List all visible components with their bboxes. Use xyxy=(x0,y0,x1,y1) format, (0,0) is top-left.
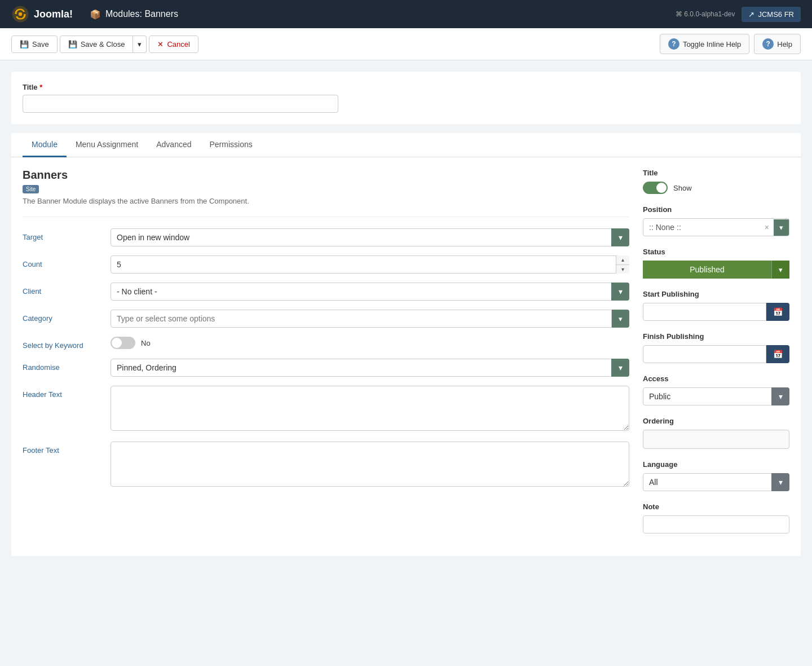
footer-text-row: Footer Text xyxy=(23,442,629,488)
language-label: Language xyxy=(643,460,789,469)
target-select-wrapper: Open in new window Open in same window O… xyxy=(111,228,629,246)
tab-menu-assignment[interactable]: Menu Assignment xyxy=(67,133,147,157)
start-publishing-input-group: 📅 xyxy=(643,303,789,321)
randomise-row: Randomise Pinned, Ordering Random ▾ xyxy=(23,359,629,377)
toolbar-right: ? Toggle Inline Help ? Help xyxy=(660,34,801,54)
randomise-label: Randomise xyxy=(23,359,102,372)
svg-point-1 xyxy=(19,12,22,16)
question-icon: ? xyxy=(668,38,679,50)
language-select[interactable]: All English (UK) French (FR) xyxy=(643,473,789,491)
save-close-dropdown-button[interactable]: ▾ xyxy=(133,36,147,53)
access-select[interactable]: Public Registered Special xyxy=(643,387,789,405)
title-show-toggle[interactable] xyxy=(643,182,668,194)
start-publishing-field: Start Publishing 📅 xyxy=(643,290,789,321)
count-up-button[interactable]: ▴ xyxy=(616,255,629,265)
title-show-field: Title Show xyxy=(643,169,789,194)
title-show-label: Title xyxy=(643,169,789,177)
status-dropdown-icon: ▾ xyxy=(779,266,783,274)
randomise-select[interactable]: Pinned, Ordering Random xyxy=(111,359,629,377)
help-button[interactable]: ? Help xyxy=(754,34,801,54)
required-marker: * xyxy=(39,83,42,91)
category-dropdown-button[interactable]: ▾ xyxy=(612,310,629,328)
footer-text-label: Footer Text xyxy=(23,442,102,455)
finish-publishing-label: Finish Publishing xyxy=(643,332,789,341)
header-text-row: Header Text xyxy=(23,386,629,433)
tab-permissions[interactable]: Permissions xyxy=(201,133,262,157)
save-close-icon: 💾 xyxy=(68,40,77,48)
client-row: Client - No client - ▾ xyxy=(23,283,629,301)
finish-publishing-calendar-button[interactable]: 📅 xyxy=(766,345,789,363)
title-toggle-wrapper: Show xyxy=(643,182,789,194)
select-keyword-control: No xyxy=(111,337,629,349)
ordering-label: Ordering xyxy=(643,417,789,425)
note-field: Note xyxy=(643,502,789,533)
header-text-input[interactable] xyxy=(111,386,629,431)
language-field: Language All English (UK) French (FR) ▾ xyxy=(643,460,789,491)
footer-text-input[interactable] xyxy=(111,442,629,487)
access-label: Access xyxy=(643,374,789,383)
save-close-group: 💾 Save & Close ▾ xyxy=(60,36,147,53)
start-publishing-label: Start Publishing xyxy=(643,290,789,298)
help-icon: ? xyxy=(762,38,774,50)
top-bar: Joomla! 📦 Modules: Banners ⌘ 6.0.0-alpha… xyxy=(0,0,812,28)
category-input[interactable] xyxy=(111,310,612,328)
module-name: Banners xyxy=(23,169,629,182)
status-dropdown-button[interactable]: ▾ xyxy=(771,261,789,279)
note-input[interactable] xyxy=(643,515,789,533)
tab-advanced[interactable]: Advanced xyxy=(147,133,200,157)
select-keyword-label: Select by Keyword xyxy=(23,337,102,350)
top-bar-right: ⌘ 6.0.0-alpha1-dev ↗ JCMS6 FR xyxy=(676,7,801,22)
finish-publishing-input[interactable] xyxy=(643,345,766,363)
site-badge: Site xyxy=(23,185,39,193)
position-dropdown-button[interactable]: ▾ xyxy=(774,219,789,236)
status-button[interactable]: Published xyxy=(643,261,771,279)
position-field: Position :: None :: × ▾ xyxy=(643,205,789,236)
module-tab-content: Banners Site The Banner Module displays … xyxy=(11,157,801,556)
ordering-field: Ordering xyxy=(643,417,789,449)
toolbar: 💾 Save 💾 Save & Close ▾ ✕ Cancel ? Toggl… xyxy=(0,28,812,60)
title-input[interactable] xyxy=(23,95,338,113)
randomise-control: Pinned, Ordering Random ▾ xyxy=(111,359,629,377)
title-label: Title * xyxy=(23,83,789,91)
user-button[interactable]: ↗ JCMS6 FR xyxy=(742,7,801,22)
content-area: Title * Module Menu Assignment Advanced … xyxy=(0,60,812,567)
start-publishing-calendar-button[interactable]: 📅 xyxy=(766,303,789,321)
position-clear-button[interactable]: × xyxy=(760,219,774,236)
select-keyword-toggle[interactable] xyxy=(111,337,135,349)
select-keyword-toggle-wrapper: No xyxy=(111,337,629,349)
category-label: Category xyxy=(23,310,102,323)
target-select[interactable]: Open in new window Open in same window O… xyxy=(111,228,629,246)
start-publishing-input[interactable] xyxy=(643,303,766,321)
randomise-select-wrapper: Pinned, Ordering Random ▾ xyxy=(111,359,629,377)
logo: Joomla! xyxy=(11,5,73,23)
save-close-button[interactable]: 💾 Save & Close xyxy=(60,36,134,53)
finish-calendar-icon: 📅 xyxy=(773,350,783,359)
page-title: Modules: Banners xyxy=(105,9,178,19)
position-select-wrapper: :: None :: × ▾ xyxy=(643,218,789,236)
count-row: Count ▴ ▾ xyxy=(23,255,629,274)
title-section: Title * xyxy=(11,72,801,124)
toggle-inline-help-button[interactable]: ? Toggle Inline Help xyxy=(660,34,749,54)
finish-publishing-input-group: 📅 xyxy=(643,345,789,363)
position-label: Position xyxy=(643,205,789,214)
title-toggle-track xyxy=(643,182,668,194)
tab-module[interactable]: Module xyxy=(23,133,67,157)
count-down-button[interactable]: ▾ xyxy=(616,265,629,274)
save-button[interactable]: 💾 Save xyxy=(11,36,58,53)
client-control: - No client - ▾ xyxy=(111,283,629,301)
access-field: Access Public Registered Special ▾ xyxy=(643,374,789,405)
calendar-icon: 📅 xyxy=(773,307,783,316)
count-control: ▴ ▾ xyxy=(111,255,629,274)
title-show-text: Show xyxy=(673,184,692,192)
cancel-button[interactable]: ✕ Cancel xyxy=(149,36,198,53)
client-select[interactable]: - No client - xyxy=(111,283,629,301)
page-title-bar: 📦 Modules: Banners xyxy=(90,9,676,20)
title-toggle-thumb xyxy=(656,183,667,193)
right-panel: Title Show Position :: None :: xyxy=(643,169,789,545)
client-label: Client xyxy=(23,283,102,295)
client-select-wrapper: - No client - ▾ xyxy=(111,283,629,301)
toggle-thumb xyxy=(112,338,122,348)
status-field: Status Published ▾ xyxy=(643,248,789,279)
count-input[interactable] xyxy=(111,255,629,274)
category-row: Category ▾ xyxy=(23,310,629,328)
